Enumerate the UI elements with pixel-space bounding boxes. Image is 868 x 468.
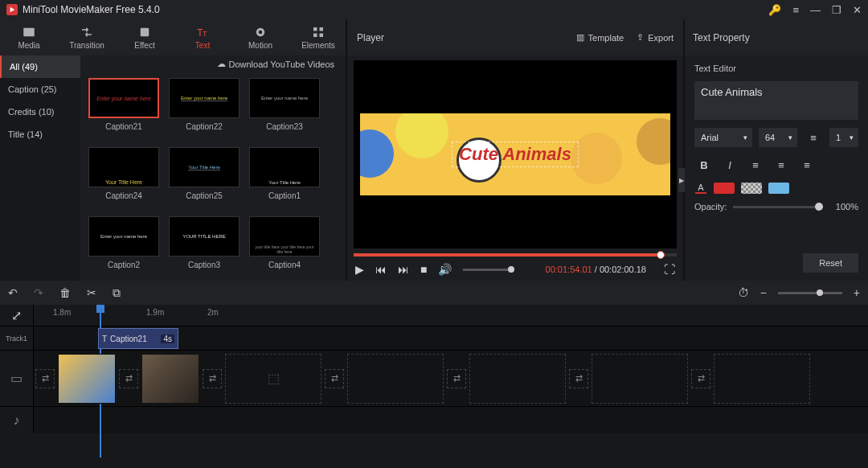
italic-button[interactable]: I [720,155,739,174]
template-thumb: YOUR TITLE HERE [169,216,240,257]
playhead[interactable] [96,305,104,313]
transition-slot[interactable]: ⇄ [569,369,588,388]
undo-button[interactable]: ↶ [8,286,18,299]
font-size-select[interactable]: 64 [759,128,797,147]
text-editor-label: Text Editor [694,64,858,73]
line-height-select[interactable]: 1 [829,128,858,147]
drop-slot[interactable] [592,354,688,404]
panel-expand-handle[interactable]: ▶ [678,168,685,192]
bold-button[interactable]: B [694,155,714,174]
template-label: Caption3 [188,261,220,269]
minimize-icon[interactable]: — [810,4,821,16]
drop-slot[interactable] [347,354,444,404]
template-item[interactable]: Your Title HereCaption25 [169,147,240,200]
menu-icon[interactable]: ≡ [792,4,799,16]
video-clip-1[interactable] [58,354,116,404]
tab-motion[interactable]: Motion [231,19,289,55]
next-frame-icon[interactable]: ⏭ [398,263,409,276]
cat-caption[interactable]: Caption (25) [0,78,80,101]
player-progress[interactable] [354,253,677,257]
svg-rect-2 [141,28,149,37]
cat-title[interactable]: Title (14) [0,123,80,146]
template-label: Caption24 [105,191,142,200]
time-total: 00:02:00.18 [600,265,646,274]
speed-icon[interactable]: ⏱ [738,286,749,299]
transition-slot[interactable]: ⇄ [447,369,466,388]
tab-transition[interactable]: Transition [58,19,116,55]
template-item[interactable]: Enter your name hereCaption23 [249,78,320,131]
audio-track-body[interactable] [34,407,868,433]
template-item[interactable]: your title here your title here your tit… [249,216,320,269]
template-thumb: Enter your name here [249,78,320,118]
template-item[interactable]: Your Title HereCaption1 [249,147,320,200]
redo-button[interactable]: ↷ [34,286,43,299]
video-clip-2[interactable] [141,354,199,404]
transition-slot[interactable]: ⇄ [203,369,222,388]
crop-button[interactable]: ⧉ [113,286,121,300]
fullscreen-icon[interactable]: ⛶ [664,263,675,276]
align-center-button[interactable]: ≡ [772,155,791,174]
highlight-color-swatch[interactable] [768,183,789,194]
transition-slot[interactable]: ⇄ [691,369,710,388]
player-stage[interactable]: Cute Animals [354,60,677,248]
close-icon[interactable]: ✕ [853,4,862,16]
drop-slot[interactable] [714,354,810,404]
split-button[interactable]: ✂ [87,286,96,299]
font-family-select[interactable]: Arial [694,128,752,147]
volume-slider[interactable] [463,269,511,271]
volume-icon[interactable]: 🔊 [438,263,452,276]
template-item[interactable]: YOUR TITLE HERECaption3 [169,216,240,269]
template-item[interactable]: Enter your name hereCaption2 [88,216,159,269]
zoom-slider[interactable] [778,292,842,294]
line-spacing-icon[interactable]: ≡ [804,128,823,147]
opacity-slider[interactable] [733,206,823,208]
transition-slot[interactable]: ⇄ [35,369,55,388]
template-label: Caption22 [186,122,223,131]
export-button[interactable]: ⇪ Export [637,32,674,43]
tab-effect[interactable]: Effect [116,19,174,55]
fill-color-swatch[interactable] [714,183,735,194]
overlay-text[interactable]: Cute Animals [452,142,579,167]
template-item[interactable]: Enter your name hereCaption22 [169,78,240,131]
text-clip-icon: T [102,335,107,343]
video-track-body[interactable]: ⇄ ⇄ ⇄ ⬚ ⇄ ⇄ ⇄ ⇄ [34,351,868,407]
text-clip[interactable]: T Caption21 4s [98,328,178,349]
tab-text[interactable]: TT Text [174,19,231,55]
download-youtube-link[interactable]: ☁ Download YouTube Videos [217,59,335,69]
transition-slot[interactable]: ⇄ [325,369,344,388]
cat-credits[interactable]: Credits (10) [0,101,80,123]
timeline-toolbar: ↶ ↷ 🗑 ✂ ⧉ ⏱ − + [0,281,868,305]
maximize-icon[interactable]: ❐ [832,4,841,16]
drop-slot[interactable]: ⬚ [225,354,321,404]
timeline-ruler[interactable]: ⤢ 1.8m 1.9m 2m [0,305,868,326]
svg-rect-9 [313,34,317,38]
template-item[interactable]: Your Title HereCaption24 [88,147,159,200]
delete-button[interactable]: 🗑 [59,286,71,299]
template-button[interactable]: ▥ Template [576,32,624,43]
tab-media[interactable]: Media [0,19,58,55]
zoom-in-button[interactable]: + [854,286,860,299]
template-item[interactable]: Enter your name hereCaption21 [88,78,159,131]
zoom-out-button[interactable]: − [760,286,767,299]
template-thumb: Your Title Here [249,147,320,187]
cat-all[interactable]: All (49) [0,55,80,78]
reset-button[interactable]: Reset [803,253,858,273]
text-color-button[interactable]: A [694,183,707,194]
prev-frame-icon[interactable]: ⏮ [375,263,387,276]
play-icon[interactable]: ▶ [355,263,364,276]
align-left-button[interactable]: ≡ [746,155,765,174]
template-thumb: Your Title Here [88,147,159,187]
transition-slot[interactable]: ⇄ [119,369,138,388]
template-label: Caption4 [268,261,301,269]
drop-slot[interactable] [469,354,566,404]
opacity-label: Opacity: [694,202,727,211]
key-icon[interactable]: 🔑 [768,4,781,16]
fit-timeline-button[interactable]: ⤢ [0,305,34,326]
text-editor-input[interactable] [694,81,858,120]
align-right-button[interactable]: ≡ [797,155,817,174]
stop-icon[interactable]: ■ [420,263,427,276]
bg-color-swatch[interactable] [741,183,762,194]
svg-rect-7 [313,27,317,31]
text-track-row: Track1 T Caption21 4s [0,326,868,350]
tab-elements[interactable]: Elements [289,19,347,55]
